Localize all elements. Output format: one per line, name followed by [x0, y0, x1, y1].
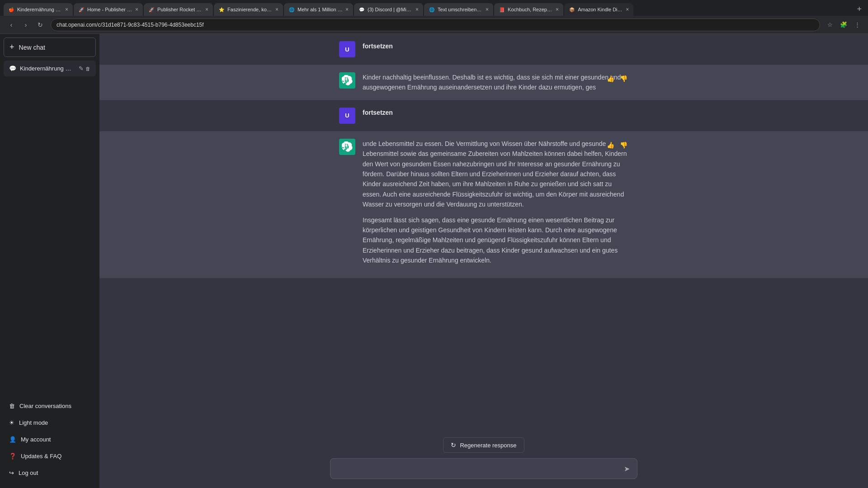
chat-icon [9, 65, 16, 72]
gpt-avatar [339, 139, 355, 155]
account-label: My account [21, 436, 51, 443]
tab-close-button[interactable]: × [415, 6, 419, 13]
message-block-msg1: U fortsetzen [99, 34, 868, 65]
thumbs-up-button[interactable]: 👍 [606, 141, 615, 150]
tab-label: Publisher Rocket Erfo... [157, 7, 203, 12]
tab-close-button[interactable]: × [65, 6, 68, 13]
message-sender: fortsetzen [363, 41, 628, 51]
tab-favicon: 📦 [569, 6, 575, 13]
tab-favicon: 🌐 [288, 6, 295, 13]
back-button[interactable]: ‹ [5, 19, 17, 31]
thumbs-up-button[interactable]: 👍 [606, 74, 615, 83]
logout-label: Log out [19, 469, 38, 476]
message-inner-msg2: Kinder nachhaltig beeinflussen. Deshalb … [330, 72, 637, 93]
extensions-button[interactable]: 🧩 [838, 19, 849, 30]
browser-tab[interactable]: 🌐 Mehr als 1 Million Gr... × [284, 3, 353, 16]
new-chat-label: New chat [19, 44, 45, 51]
bookmarks-button[interactable]: ☆ [825, 19, 835, 30]
tab-favicon: 🚀 [78, 6, 85, 13]
faq-label: Updates & FAQ [21, 453, 61, 460]
tab-bar: 🍎 Kinderernährung Buch... × 🚀 Home - Pub… [0, 0, 868, 16]
user-avatar: U [339, 41, 355, 57]
tab-close-button[interactable]: × [486, 6, 489, 13]
sidebar-faq-button[interactable]: ❓ Updates & FAQ [4, 448, 96, 464]
new-tab-button[interactable]: + [854, 5, 864, 14]
nav-controls: ‹ › ↻ [5, 19, 46, 31]
logout-icon: ↪ [9, 469, 14, 476]
browser-tab[interactable]: 🚀 Home - Publisher Roc... × [74, 3, 143, 16]
regenerate-label: Regenerate response [460, 442, 516, 449]
message-block-msg4: unde Lebensmittel zu essen. Die Vermittl… [99, 131, 868, 279]
sidebar-clear-button[interactable]: 🗑 Clear conversations [4, 398, 96, 414]
message-content: fortsetzen [363, 108, 628, 119]
clear-icon: 🗑 [9, 403, 15, 409]
browser-tab[interactable]: 🌐 Text umschreiben - B... × [424, 3, 493, 16]
tab-close-button[interactable]: × [345, 6, 349, 13]
sidebar-logout-button[interactable]: ↪ Log out [4, 465, 96, 481]
app-wrapper: New chat Kinderernährung Buch... 🗑 Clear… [0, 34, 868, 488]
regenerate-button[interactable]: Regenerate response [443, 437, 524, 453]
reload-button[interactable]: ↻ [34, 19, 46, 31]
message-sender: fortsetzen [363, 108, 628, 117]
main-area: U fortsetzen Kinder nachhaltig beeinflus… [99, 34, 868, 488]
regenerate-icon [451, 441, 456, 449]
new-chat-icon [9, 42, 14, 52]
tab-label: Kochbuch, Rezeptbu... [508, 7, 553, 12]
thumbs-down-button[interactable]: 👎 [619, 141, 628, 150]
tab-close-button[interactable]: × [135, 6, 138, 13]
menu-button[interactable]: ⋮ [852, 19, 863, 30]
message-content: fortsetzen [363, 41, 628, 53]
chat-input[interactable] [338, 463, 619, 474]
browser-tab[interactable]: 💬 (3) Discord | @Midjo... × [354, 3, 423, 16]
tab-favicon: 🌐 [429, 6, 435, 13]
sidebar-chat-item[interactable]: Kinderernährung Buch... [4, 61, 96, 76]
nav-bar: ‹ › ↻ chat.openai.com/c/31d1e871-9c83-45… [0, 16, 868, 34]
sidebar-light-button[interactable]: ☀ Light mode [4, 415, 96, 431]
edit-chat-button[interactable] [79, 65, 84, 72]
send-icon: ➤ [624, 465, 630, 473]
send-button[interactable]: ➤ [624, 465, 630, 473]
message-actions: 👍 👎 [606, 74, 628, 83]
browser-tab[interactable]: 🍎 Kinderernährung Buch... × [4, 3, 73, 16]
browser-tab[interactable]: 🚀 Publisher Rocket Erfo... × [144, 3, 213, 16]
browser-chrome: 🍎 Kinderernährung Buch... × 🚀 Home - Pub… [0, 0, 868, 34]
tab-label: Kinderernährung Buch... [17, 7, 62, 12]
tab-close-button[interactable]: × [626, 6, 629, 13]
sidebar-account-button[interactable]: 👤 My account [4, 432, 96, 447]
tab-favicon: 🚀 [148, 6, 155, 13]
message-content: unde Lebensmittel zu essen. Die Vermittl… [363, 139, 628, 271]
thumbs-down-button[interactable]: 👎 [619, 74, 628, 83]
user-avatar: U [339, 108, 355, 124]
tab-label: Amazon Kindle Direc... [578, 7, 623, 12]
message-text: Kinder nachhaltig beeinflussen. Deshalb … [363, 72, 628, 93]
faq-icon: ❓ [9, 453, 16, 460]
delete-chat-button[interactable] [85, 65, 90, 72]
chat-input-wrapper: ➤ [330, 458, 637, 479]
tab-label: Text umschreiben - B... [438, 7, 483, 12]
address-text: chat.openai.com/c/31d1e871-9c83-4515-b79… [57, 22, 204, 28]
forward-button[interactable]: › [20, 19, 32, 31]
sidebar-footer: 🗑 Clear conversations ☀ Light mode 👤 My … [4, 398, 96, 484]
browser-tab[interactable]: 📕 Kochbuch, Rezeptbu... × [494, 3, 563, 16]
message-content: Kinder nachhaltig beeinflussen. Deshalb … [363, 72, 628, 93]
chat-list: Kinderernährung Buch... [4, 61, 96, 76]
browser-tab[interactable]: ⭐ Faszinierende, kosten... × [214, 3, 283, 16]
tab-favicon: 📕 [499, 6, 505, 13]
tab-close-button[interactable]: × [205, 6, 208, 13]
address-bar[interactable]: chat.openai.com/c/31d1e871-9c83-4515-b79… [51, 19, 820, 31]
light-label: Light mode [19, 419, 48, 426]
chat-scroll[interactable]: U fortsetzen Kinder nachhaltig beeinflus… [99, 34, 868, 430]
tab-label: Faszinierende, kosten... [227, 7, 273, 12]
gpt-avatar [339, 72, 355, 89]
tab-close-button[interactable]: × [275, 6, 278, 13]
new-chat-button[interactable]: New chat [4, 38, 96, 57]
message-paragraph: Insgesamt lässt sich sagen, dass eine ge… [363, 215, 628, 266]
message-inner-msg1: U fortsetzen [330, 41, 637, 57]
message-block-msg3: U fortsetzen [99, 100, 868, 131]
tab-label: (3) Discord | @Midjo... [368, 7, 413, 12]
message-paragraph: unde Lebensmittel zu essen. Die Vermittl… [363, 139, 628, 210]
tab-close-button[interactable]: × [556, 6, 559, 13]
browser-tab[interactable]: 📦 Amazon Kindle Direc... × [564, 3, 633, 16]
browser-nav-right: ☆ 🧩 ⋮ [825, 19, 863, 30]
sidebar: New chat Kinderernährung Buch... 🗑 Clear… [0, 34, 99, 488]
